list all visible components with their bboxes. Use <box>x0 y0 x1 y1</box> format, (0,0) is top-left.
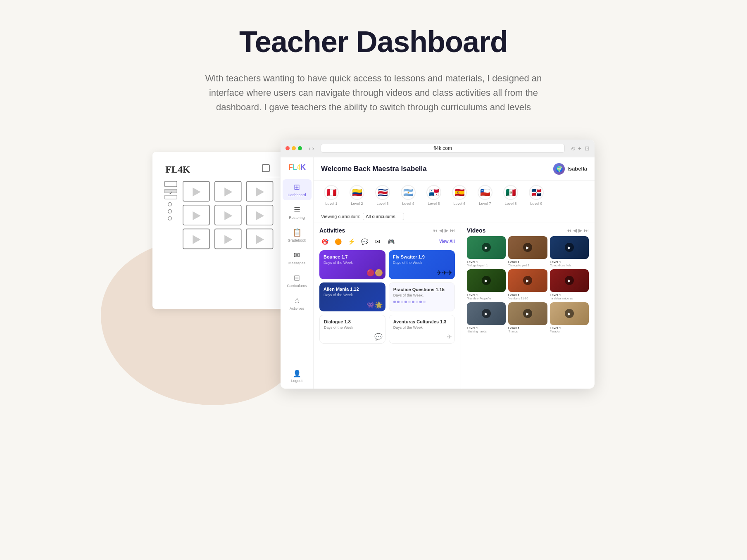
sidebar-item-gradebook[interactable]: 📋 Gradebook <box>283 225 312 246</box>
videos-prev[interactable]: ◀ <box>573 228 577 233</box>
activity-practice-subtitle: Days of the Week. <box>393 293 450 297</box>
video-thumb-4[interactable]: ▶ Level 1 Grande y Pequeño <box>467 269 506 300</box>
flag-5: 🇵🇦 <box>426 185 441 200</box>
level-label-4: Level 4 <box>402 202 414 206</box>
video-img-8: ▶ <box>508 302 547 325</box>
activity-bounce-title: Bounce 1.7 <box>324 254 381 260</box>
sidebar-label-rostering: Rostering <box>289 216 305 220</box>
svg-marker-15 <box>224 211 232 220</box>
sidebar-item-messages[interactable]: ✉ Messages <box>283 247 312 268</box>
browser-actions: ⎋ + ⊡ <box>571 145 590 152</box>
activity-card-alienmania[interactable]: Alien Mania 1.12 Days of the Week 👾🌟 <box>319 282 385 311</box>
video-thumb-3[interactable]: ▶ Level 1 Como dices hola <box>550 236 589 267</box>
filter-icon-6[interactable]: 🎮 <box>385 236 396 247</box>
level-item-8[interactable]: 🇲🇽 Level 8 <box>500 185 521 206</box>
level-item-5[interactable]: 🇵🇦 Level 5 <box>423 185 444 206</box>
videos-next-end[interactable]: ⏭ <box>584 228 589 233</box>
play-icon-4: ▶ <box>482 276 491 285</box>
activities-next[interactable]: ▶ <box>445 228 448 233</box>
activity-card-aventuras[interactable]: Aventuras Culturales 1.3 Days of the Wee… <box>389 315 455 344</box>
filter-icon-3[interactable]: ⚡ <box>346 236 357 247</box>
sidebar-item-activities[interactable]: ☆ Activities <box>283 293 312 314</box>
activities-prev-start[interactable]: ⏮ <box>433 228 438 233</box>
level-label-8: Level 8 <box>504 202 516 206</box>
sidebar-label-dashboard: Dashboard <box>288 193 306 197</box>
activities-prev[interactable]: ◀ <box>439 228 443 233</box>
svg-point-25 <box>168 202 172 206</box>
level-item-9[interactable]: 🇩🇴 Level 9 <box>526 185 547 206</box>
video-label-6: Level 1 <box>550 293 589 297</box>
page-title: Teacher Dashboard <box>239 25 508 59</box>
svg-rect-5 <box>164 195 177 199</box>
level-item-4[interactable]: 🇦🇷 Level 4 <box>398 185 419 206</box>
activity-card-dialogue[interactable]: Dialogue 1.8 Days of the Week 💬 <box>319 315 385 344</box>
svg-rect-3 <box>164 181 177 187</box>
play-icon-1: ▶ <box>482 243 491 252</box>
browser-url-bar[interactable]: fl4k.com <box>321 144 564 153</box>
browser-chrome: ‹ › fl4k.com ⎋ + ⊡ <box>281 140 595 157</box>
activity-alienmania-subtitle: Days of the Week <box>324 293 381 297</box>
level-label-5: Level 5 <box>428 202 440 206</box>
user-name: Isabella <box>567 166 587 172</box>
level-item-3[interactable]: 🇨🇷 Level 3 <box>372 185 393 206</box>
sidebar-item-rostering[interactable]: ☰ Rostering <box>283 202 312 223</box>
video-sublabel-6: La aldea amberes <box>550 297 589 300</box>
rostering-icon: ☰ <box>294 205 300 214</box>
activity-aventuras-subtitle: Days of the Week <box>393 325 450 330</box>
flag-8: 🇲🇽 <box>503 185 518 200</box>
dashboard-icon: ⊞ <box>294 183 300 192</box>
level-label-3: Level 3 <box>376 202 388 206</box>
video-label-8: Level 1 <box>508 326 547 330</box>
level-item-7[interactable]: 🇨🇱 Level 7 <box>475 185 495 206</box>
videos-panel: Videos ⏮ ◀ ▶ ⏭ <box>461 223 595 389</box>
video-label-2: Level 1 <box>508 260 547 264</box>
nav-back[interactable]: ‹ <box>309 145 311 152</box>
activities-next-end[interactable]: ⏭ <box>450 228 455 233</box>
level-item-1[interactable]: 🇵🇪 Level 1 <box>321 185 342 206</box>
video-thumb-6[interactable]: ▶ Level 1 La aldea amberes <box>550 269 589 300</box>
page-subtitle: With teachers wanting to have quick acce… <box>188 71 559 115</box>
videos-prev-start[interactable]: ⏮ <box>566 228 571 233</box>
activity-card-bounce[interactable]: Bounce 1.7 Days of the Week 🔴🟡 <box>319 250 385 279</box>
activities-panel: Activities ⏮ ◀ ▶ ⏭ 🎯 🟠 ⚡ <box>314 223 461 389</box>
flag-9: 🇩🇴 <box>529 185 544 200</box>
nav-forward[interactable]: › <box>312 145 314 152</box>
level-item-6[interactable]: 🇪🇸 Level 6 <box>449 185 470 206</box>
video-thumb-8[interactable]: ▶ Level 1 Granos <box>508 302 547 333</box>
levels-row: 🇵🇪 Level 1 🇨🇴 Level 2 🇨🇷 Level 3 🇦🇷 Leve… <box>314 181 595 210</box>
video-img-6: ▶ <box>550 269 589 292</box>
app-logo: FL4K <box>288 163 305 172</box>
level-item-2[interactable]: 🇨🇴 Level 2 <box>347 185 367 206</box>
svg-text:✓: ✓ <box>169 190 173 195</box>
activity-card-flyswatter[interactable]: Fly Swatter 1.9 Days of the Week ✈✈✈ <box>389 250 455 279</box>
video-thumb-9[interactable]: ▶ Level 1 Parador <box>550 302 589 333</box>
windows-icon[interactable]: ⊡ <box>585 145 590 152</box>
video-thumb-2[interactable]: ▶ Level 1 Dialoguito part 2 <box>508 236 547 267</box>
video-sublabel-5: Numbers 31-60 <box>508 297 547 300</box>
video-img-5: ▶ <box>508 269 547 292</box>
view-all-button[interactable]: View All <box>439 239 455 244</box>
traffic-light-red[interactable] <box>285 146 290 150</box>
sidebar-item-dashboard[interactable]: ⊞ Dashboard <box>283 179 312 200</box>
videos-panel-header: Videos ⏮ ◀ ▶ ⏭ <box>461 223 595 236</box>
svg-rect-1 <box>262 164 269 171</box>
filter-icon-1[interactable]: 🎯 <box>319 236 330 247</box>
videos-next[interactable]: ▶ <box>578 228 582 233</box>
video-thumb-1[interactable]: ▶ Level 1 Dialoguito part 1 <box>467 236 506 267</box>
filter-icon-4[interactable]: 💬 <box>359 236 370 247</box>
video-label-1: Level 1 <box>467 260 506 264</box>
filter-icon-2[interactable]: 🟠 <box>333 236 343 247</box>
video-thumb-5[interactable]: ▶ Level 1 Numbers 31-60 <box>508 269 547 300</box>
video-label-9: Level 1 <box>550 326 589 330</box>
traffic-light-yellow[interactable] <box>292 146 296 150</box>
traffic-light-green[interactable] <box>298 146 302 150</box>
video-thumb-7[interactable]: ▶ Level 1 Washing hands <box>467 302 506 333</box>
filter-icon-5[interactable]: ✉ <box>372 236 383 247</box>
activity-card-practicequestions[interactable]: Practice Questions 1.15 Days of the Week… <box>389 282 455 311</box>
sidebar-item-curriculums[interactable]: ⊟ Curriculums <box>283 270 312 291</box>
curriculum-select[interactable]: All curriculums <box>363 213 404 220</box>
traffic-lights <box>285 146 302 150</box>
sidebar-logout[interactable]: 👤 Logout <box>291 370 303 383</box>
new-tab-icon[interactable]: + <box>578 145 581 152</box>
share-icon[interactable]: ⎋ <box>571 145 575 152</box>
